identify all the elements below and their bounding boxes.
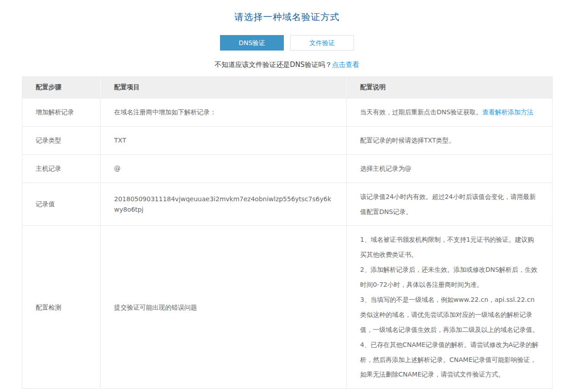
- desc-cell: 该记录值24小时内有效。超过24小时后该值会变化，请用最新值配置DNS记录。: [346, 183, 552, 226]
- column-header-step: 配置步骤: [22, 77, 100, 98]
- step-cell: 记录类型: [22, 126, 100, 154]
- verification-hint: 不知道应该文件验证还是DNS验证吗？点击查看: [0, 61, 574, 69]
- column-header-desc: 配置说明: [346, 77, 552, 98]
- desc-cell: 配置记录的时候请选择TXT类型。: [346, 126, 552, 154]
- error-tips-cell: 1、域名被证书颁发机构限制，不支持1元证书的验证。建议购买其他收费类证书。 2、…: [346, 226, 552, 389]
- dns-config-table: 配置步骤 配置项目 配置说明 增加解析记录 在域名注册商中增加如下解析记录： 当…: [22, 76, 553, 389]
- desc-cell: 当天有效，过期后重新点击DNS验证获取。查看解析添加方法: [346, 98, 552, 127]
- desc-cell: 选择主机记录为@: [346, 154, 552, 183]
- column-header-item: 配置项目: [100, 77, 346, 98]
- item-cell: 提交验证可能出现的错误问题: [100, 226, 346, 389]
- item-cell: TXT: [100, 126, 346, 154]
- record-value-cell: 201805090311184vjwqeuuae3i2mvkm7ez4obniw…: [100, 183, 346, 226]
- item-cell: @: [100, 154, 346, 183]
- error-tip-2: 2、添加解析记录后，还未生效。添加或修改DNS解析后，生效时间0-72小时，具体…: [360, 262, 539, 292]
- step-cell: 主机记录: [22, 154, 100, 183]
- error-tip-4: 4、已存在其他CNAME记录值的解析。请尝试修改为A记录的解析，然后再添加上述解…: [360, 337, 539, 382]
- view-dns-howto-link[interactable]: 查看解析添加方法: [482, 108, 533, 116]
- page-title: 请选择一种域名验证方式: [0, 11, 574, 23]
- tab-dns-verification[interactable]: DNS验证: [220, 35, 284, 51]
- step-cell: 增加解析记录: [22, 98, 100, 127]
- desc-text: 当天有效，过期后重新点击DNS验证获取。: [360, 108, 482, 116]
- verification-method-tabs: DNS验证 文件验证: [0, 35, 574, 51]
- step-cell: 配置检测: [22, 226, 100, 389]
- table-row-record-type: 记录类型 TXT 配置记录的时候请选择TXT类型。: [22, 126, 552, 154]
- step-cell: 记录值: [22, 183, 100, 226]
- error-tip-1: 1、域名被证书颁发机构限制，不支持1元证书的验证。建议购买其他收费类证书。: [360, 232, 539, 262]
- tab-file-verification[interactable]: 文件验证: [290, 35, 354, 51]
- table-row-host-record: 主机记录 @ 选择主机记录为@: [22, 154, 552, 183]
- item-cell: 在域名注册商中增加如下解析记录：: [100, 98, 346, 127]
- table-row-record-value: 记录值 201805090311184vjwqeuuae3i2mvkm7ez4o…: [22, 183, 552, 226]
- error-tip-3: 3、当填写的不是一级域名，例如www.22.cn，api.ssl.22.cn类似…: [360, 292, 539, 337]
- hint-view-link[interactable]: 点击查看: [332, 61, 359, 69]
- table-row-config-check: 配置检测 提交验证可能出现的错误问题 1、域名被证书颁发机构限制，不支持1元证书…: [22, 226, 552, 389]
- table-header-row: 配置步骤 配置项目 配置说明: [22, 77, 552, 98]
- hint-text: 不知道应该文件验证还是DNS验证吗？: [215, 61, 332, 69]
- table-row-add-record: 增加解析记录 在域名注册商中增加如下解析记录： 当天有效，过期后重新点击DNS验…: [22, 98, 552, 127]
